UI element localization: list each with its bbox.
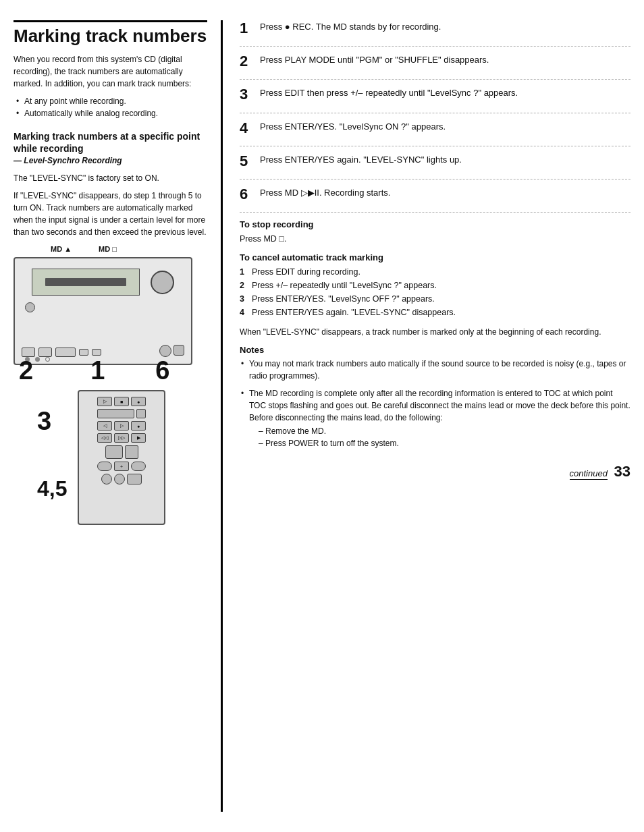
ctrl-btn-sm-1 bbox=[79, 349, 88, 356]
step-3-content: Press EDIT then press +/– repeatedly unt… bbox=[260, 86, 630, 100]
divider-1 bbox=[240, 46, 630, 47]
cancel-steps: 1 Press EDIT during recording. 2 Press +… bbox=[240, 265, 630, 319]
device-diagram: MD ▲ MD □ bbox=[14, 245, 207, 501]
panel-btn-sm-1 bbox=[136, 409, 146, 418]
notes-section: Notes You may not mark track numbers aut… bbox=[240, 345, 630, 449]
divider-6 bbox=[240, 212, 630, 213]
ctrl-btn-2 bbox=[38, 348, 52, 357]
bullet-list: At any point while recording. Automatica… bbox=[16, 95, 207, 119]
step-4: 4 Press ENTER/YES. "LevelSync ON ?" appe… bbox=[240, 120, 630, 136]
step-4-content: Press ENTER/YES. "LevelSync ON ?" appear… bbox=[260, 120, 630, 134]
body-text-1: The "LEVEL-SYNC" is factory set to ON. bbox=[14, 172, 207, 184]
to-cancel-section: To cancel automatic track marking 1 Pres… bbox=[240, 252, 630, 338]
panel-round-1 bbox=[101, 474, 112, 484]
subsection-title: Marking track numbers at a specific poin… bbox=[14, 130, 207, 155]
step-label-6: 6 bbox=[155, 356, 169, 385]
step-6: 6 Press MD ▷▶II. Recording starts. bbox=[240, 186, 630, 202]
panel-btn-12: + bbox=[114, 462, 129, 471]
device-top-unit bbox=[14, 257, 192, 365]
device-display bbox=[32, 269, 140, 296]
step-label-1: 1 bbox=[90, 356, 105, 385]
device-disc bbox=[151, 271, 174, 294]
step-1-num: 1 bbox=[240, 20, 254, 36]
step-4-num: 4 bbox=[240, 120, 254, 136]
subsection-subtitle: — Level-Synchro Recording bbox=[14, 156, 207, 165]
panel-row-5 bbox=[83, 445, 160, 459]
panel-round-2 bbox=[114, 474, 125, 484]
continued-label: continued bbox=[570, 468, 608, 480]
bullet-item: At any point while recording. bbox=[16, 95, 207, 107]
panel-oval-2 bbox=[131, 462, 146, 471]
divider-2 bbox=[240, 79, 630, 80]
cancel-step-3: 3 Press ENTER/YES. "LevelSync OFF ?" app… bbox=[240, 292, 630, 306]
to-cancel-heading: To cancel automatic track marking bbox=[240, 252, 630, 262]
bullet-item: Automatically while analog recording. bbox=[16, 107, 207, 119]
note-dash-1: – Remove the MD. bbox=[259, 425, 630, 437]
note-1: You may not mark track numbers auto mati… bbox=[240, 358, 630, 382]
ctrl-circle-1 bbox=[25, 302, 35, 312]
to-stop-section: To stop recording Press MD □. bbox=[240, 219, 630, 246]
cancel-step-1: 1 Press EDIT during recording. bbox=[240, 265, 630, 279]
intro-text: When you record from this system's CD (d… bbox=[14, 53, 207, 90]
page-number: 33 bbox=[614, 463, 630, 480]
step-6-num: 6 bbox=[240, 186, 254, 202]
panel-row-6: + bbox=[83, 462, 160, 471]
panel-btn-8: ▷▷ bbox=[114, 433, 129, 443]
step-6-content: Press MD ▷▶II. Recording starts. bbox=[260, 186, 630, 200]
step-5-content: Press ENTER/YES again. "LEVEL-SYNC" ligh… bbox=[260, 153, 630, 167]
divider-5 bbox=[240, 179, 630, 179]
step-1: 1 Press ● REC. The MD stands by for reco… bbox=[240, 20, 630, 36]
md-labels: MD ▲ MD □ bbox=[14, 245, 207, 253]
cancel-step-4: 4 Press ENTER/YES again. "LEVEL-SYNC" di… bbox=[240, 306, 630, 319]
divider-3 bbox=[240, 113, 630, 113]
ctrl-round-2 bbox=[159, 345, 171, 357]
ctrl-btn-sm-2 bbox=[92, 349, 101, 356]
device-bottom-unit: ▷ ■ ● ◁ ▷ ● ◁◁ ▷▷ bbox=[78, 390, 165, 525]
panel-btn-3: ● bbox=[131, 397, 146, 406]
note-dash-2: – Press POWER to turn off the system. bbox=[259, 437, 630, 449]
cancel-step-2: 2 Press +/– repeatedly until "LevelSync … bbox=[240, 279, 630, 292]
ctrl-sq bbox=[173, 345, 184, 356]
panel-row-1: ▷ ■ ● bbox=[83, 397, 160, 406]
panel-rect-2 bbox=[127, 474, 142, 484]
step-5: 5 Press ENTER/YES again. "LEVEL-SYNC" li… bbox=[240, 153, 630, 169]
md-label-2: MD □ bbox=[99, 245, 117, 253]
panel-row-7 bbox=[83, 474, 160, 484]
section-title: Marking track numbers bbox=[14, 20, 207, 47]
display-bar bbox=[45, 278, 126, 286]
panel-btn-2: ■ bbox=[114, 397, 129, 406]
panel-btn-5: ▷ bbox=[114, 421, 129, 431]
panel-oval-1 bbox=[97, 462, 112, 471]
step-label-45: 4,5 bbox=[37, 476, 67, 501]
panel-btn-6: ● bbox=[131, 421, 146, 431]
panel-row-4: ◁◁ ▷▷ ▶ bbox=[83, 433, 160, 443]
ctrl-btn-wide bbox=[55, 348, 76, 357]
step-3: 3 Press EDIT then press +/– repeatedly u… bbox=[240, 86, 630, 103]
note-2: The MD recording is complete only after … bbox=[240, 387, 630, 449]
to-stop-heading: To stop recording bbox=[240, 219, 630, 229]
panel-btn-4: ◁ bbox=[97, 421, 112, 431]
panel-btn-1: ▷ bbox=[97, 397, 112, 406]
step-2-content: Press PLAY MODE until "PGM" or "SHUFFLE"… bbox=[260, 53, 630, 67]
panel-rect-1 bbox=[97, 409, 134, 418]
ctrl-btn-1 bbox=[22, 348, 35, 357]
step-5-num: 5 bbox=[240, 153, 254, 169]
step-label-2: 2 bbox=[19, 356, 33, 385]
panel-btn-10 bbox=[105, 445, 123, 459]
step-2: 2 Press PLAY MODE until "PGM" or "SHUFFL… bbox=[240, 53, 630, 70]
cancel-footer: When "LEVEL-SYNC" disappears, a track nu… bbox=[240, 326, 630, 338]
left-column: Marking track numbers When you record fr… bbox=[14, 20, 223, 812]
step-label-3: 3 bbox=[37, 407, 67, 436]
panel-btn-11 bbox=[125, 445, 138, 459]
steps-list: 1 Press ● REC. The MD stands by for reco… bbox=[240, 20, 630, 202]
body-text-2: If "LEVEL-SYNC" disappears, do step 1 th… bbox=[14, 190, 207, 238]
continued-line: continued 33 bbox=[240, 463, 630, 480]
panel-row-3: ◁ ▷ ● bbox=[83, 421, 160, 431]
page: Marking track numbers When you record fr… bbox=[0, 0, 644, 832]
step-2-num: 2 bbox=[240, 53, 254, 70]
step-1-content: Press ● REC. The MD stands by for record… bbox=[260, 20, 630, 34]
note-dash-lines: – Remove the MD. – Press POWER to turn o… bbox=[252, 425, 630, 449]
right-column: 1 Press ● REC. The MD stands by for reco… bbox=[223, 20, 630, 812]
notes-heading: Notes bbox=[240, 345, 630, 355]
divider-4 bbox=[240, 146, 630, 146]
